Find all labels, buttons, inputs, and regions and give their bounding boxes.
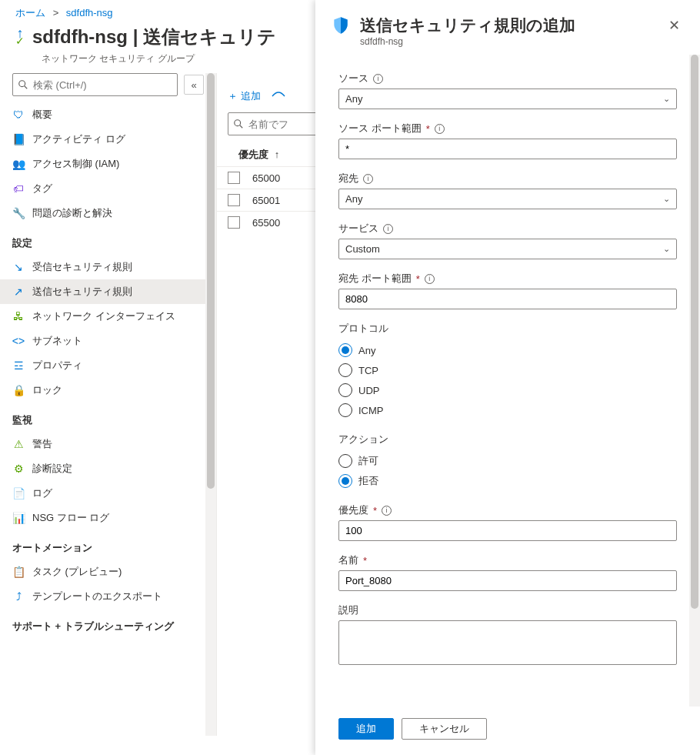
action-allow-radio[interactable]: 許可 (338, 451, 677, 471)
radio-icon (338, 403, 352, 417)
info-icon[interactable]: i (382, 506, 392, 516)
nav-item-label: アクセス制御 (IAM) (32, 157, 119, 171)
shield-icon: 🛡 (12, 109, 25, 121)
nav-group-settings: 設定 (0, 225, 216, 255)
info-icon[interactable]: i (425, 274, 435, 284)
destination-select[interactable]: Any ⌄ (338, 189, 677, 209)
nav-scrollbar[interactable] (205, 73, 216, 736)
add-rule-button[interactable]: ＋ 追加 (228, 89, 261, 103)
inbound-icon: ↘ (12, 261, 25, 273)
col-priority[interactable]: 優先度 (238, 149, 268, 160)
protocol-radiogroup: Any TCP UDP ICMP (338, 340, 677, 420)
nav-item-alert[interactable]: ⚠警告 (0, 432, 216, 456)
breadcrumb-home[interactable]: ホーム (15, 7, 45, 18)
nav-item-label: 問題の診断と解決 (32, 206, 112, 220)
nav-item-inbound[interactable]: ↘受信セキュリティ規則 (0, 255, 216, 279)
nav-item-label: 受信セキュリティ規則 (32, 260, 132, 274)
collapse-nav-button[interactable]: « (184, 75, 204, 95)
row-checkbox[interactable] (228, 172, 240, 184)
eye-icon (272, 92, 285, 101)
source-select[interactable]: Any ⌄ (338, 89, 677, 109)
info-icon[interactable]: i (373, 74, 383, 84)
page-title: sdfdfh-nsg | 送信セキュリテ (32, 25, 276, 49)
description-input[interactable] (338, 620, 677, 665)
nav-item-log[interactable]: 📄ログ (0, 481, 216, 506)
info-icon[interactable]: i (435, 124, 445, 134)
nav-item-lock[interactable]: 🔒ロック (0, 378, 216, 403)
alert-icon: ⚠ (12, 438, 25, 450)
nav-item-label: 送信セキュリティ規則 (32, 285, 132, 299)
protocol-udp-radio[interactable]: UDP (338, 380, 677, 400)
nav-item-iam[interactable]: 👥アクセス制御 (IAM) (0, 152, 216, 176)
row-checkbox[interactable] (228, 194, 240, 206)
nav-item-subnet[interactable]: <>サブネット (0, 329, 216, 353)
panel-add-button[interactable]: 追加 (338, 718, 394, 740)
left-navigation: « 🛡概要📘アクティビティ ログ👥アクセス制御 (IAM)🏷タグ🔧問題の診断と解… (0, 73, 217, 736)
panel-close-button[interactable]: ✕ (664, 15, 685, 35)
breadcrumb-current[interactable]: sdfdfh-nsg (66, 7, 113, 18)
nav-item-activity[interactable]: 📘アクティビティ ログ (0, 127, 216, 152)
nav-item-label: テンプレートのエクスポート (32, 590, 162, 603)
svg-line-1 (25, 86, 28, 89)
row-checkbox[interactable] (228, 216, 240, 229)
label-service: サービスi (338, 222, 677, 236)
nav-item-flow-log[interactable]: 📊NSG フロー ログ (0, 506, 216, 530)
action-radiogroup: 許可 拒否 (338, 451, 677, 491)
activity-icon: 📘 (12, 133, 25, 145)
nav-item-diagnose[interactable]: 🔧問題の診断と解決 (0, 201, 216, 225)
svg-point-2 (235, 120, 241, 126)
nav-item-label: 警告 (32, 437, 52, 451)
shield-icon (331, 15, 351, 35)
nav-item-label: ロック (32, 383, 62, 397)
nav-item-diag-settings[interactable]: ⚙診断設定 (0, 456, 216, 481)
radio-icon (338, 454, 352, 468)
action-deny-radio[interactable]: 拒否 (338, 471, 677, 491)
name-input[interactable] (338, 570, 677, 591)
nav-item-properties[interactable]: ☲プロパティ (0, 353, 216, 378)
radio-icon (338, 363, 352, 377)
radio-icon (338, 474, 352, 488)
properties-icon: ☲ (12, 359, 25, 372)
protocol-tcp-radio[interactable]: TCP (338, 360, 677, 380)
row-priority: 65500 (252, 217, 280, 229)
nic-icon: 🖧 (12, 310, 25, 322)
up-arrow-icon[interactable]: ↑ ✓ (15, 28, 25, 45)
info-icon[interactable]: i (363, 174, 373, 184)
svg-line-3 (240, 125, 243, 129)
toolbar-more-button[interactable] (272, 92, 285, 101)
protocol-any-radio[interactable]: Any (338, 340, 677, 360)
nav-item-nic[interactable]: 🖧ネットワーク インターフェイス (0, 304, 216, 329)
service-select[interactable]: Custom ⌄ (338, 239, 677, 259)
panel-body: ソースi Any ⌄ ソース ポート範囲*i 宛先i Any ⌄ サービスi C… (315, 55, 700, 707)
tasks-icon: 📋 (12, 566, 25, 578)
nav-item-tag[interactable]: 🏷タグ (0, 176, 216, 201)
nav-item-export[interactable]: ⤴テンプレートのエクスポート (0, 584, 216, 609)
protocol-option-label: Any (358, 345, 375, 356)
add-rule-label: 追加 (241, 89, 261, 103)
label-action: アクション (338, 433, 677, 446)
panel-cancel-button[interactable]: キャンセル (402, 718, 487, 740)
tag-icon: 🏷 (12, 182, 25, 195)
panel-title: 送信セキュリティ規則の追加 (360, 15, 575, 35)
nav-group-support: サポート + トラブルシューティング (0, 609, 216, 638)
priority-input[interactable] (338, 520, 677, 541)
source-port-input[interactable] (338, 139, 677, 159)
nav-item-shield[interactable]: 🛡概要 (0, 102, 216, 127)
dest-port-input[interactable] (338, 289, 677, 309)
protocol-icmp-radio[interactable]: ICMP (338, 400, 677, 420)
nav-item-tasks[interactable]: 📋タスク (プレビュー) (0, 560, 216, 584)
protocol-option-label: UDP (358, 385, 379, 396)
radio-icon (338, 383, 352, 397)
nav-search-box[interactable] (12, 73, 178, 96)
chevron-left-double-icon: « (191, 79, 196, 91)
info-icon[interactable]: i (383, 224, 393, 234)
nav-item-outbound[interactable]: ↗送信セキュリティ規則 (0, 279, 216, 304)
nav-search-input[interactable] (33, 79, 172, 91)
nav-item-label: タスク (プレビュー) (32, 565, 122, 579)
protocol-option-label: TCP (358, 365, 378, 376)
add-rule-panel: 送信セキュリティ規則の追加 sdfdfh-nsg ✕ ソースi Any ⌄ ソー… (315, 0, 700, 755)
nav-group-automation: オートメーション (0, 530, 216, 560)
panel-scrollbar[interactable] (689, 55, 700, 707)
lock-icon: 🔒 (12, 384, 25, 396)
panel-subtitle: sdfdfh-nsg (360, 36, 575, 47)
